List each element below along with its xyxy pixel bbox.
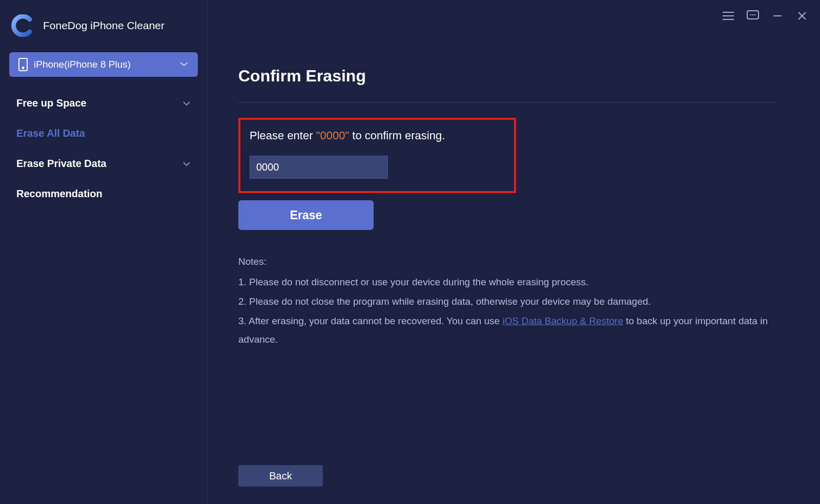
notes-heading: Notes: — [238, 253, 771, 271]
app-logo-icon — [11, 14, 34, 37]
note-1: 1. Please do not disconnect or use your … — [238, 273, 771, 291]
sidebar-item-label: Free up Space — [16, 97, 87, 109]
notes-section: Notes: 1. Please do not disconnect or us… — [238, 253, 771, 349]
phone-icon — [18, 58, 28, 71]
confirmation-code: "0000" — [316, 129, 350, 142]
close-icon[interactable] — [795, 9, 809, 23]
sidebar-item-label: Recommendation — [16, 188, 102, 200]
device-name: iPhone(iPhone 8 Plus) — [34, 59, 179, 70]
note-2: 2. Please do not close the program while… — [238, 292, 771, 311]
sidebar-item-erase-all-data[interactable]: Erase All Data — [0, 118, 207, 149]
minimize-icon[interactable] — [771, 9, 784, 23]
chevron-down-icon — [182, 99, 191, 108]
divider — [238, 102, 776, 102]
device-selector[interactable]: iPhone(iPhone 8 Plus) — [9, 52, 198, 77]
sidebar-item-free-up-space[interactable]: Free up Space — [0, 88, 207, 118]
app-header: FoneDog iPhone Cleaner — [0, 5, 207, 52]
titlebar — [722, 9, 809, 23]
confirm-input[interactable] — [250, 156, 388, 179]
sidebar-item-recommendation[interactable]: Recommendation — [0, 179, 207, 209]
page-title: Confirm Erasing — [238, 67, 820, 86]
menu-icon[interactable] — [722, 9, 735, 23]
back-button[interactable]: Back — [238, 465, 323, 487]
sidebar-item-label: Erase All Data — [16, 128, 85, 139]
chevron-down-icon — [179, 60, 189, 69]
confirm-highlight-box: Please enter "0000" to confirm erasing. — [238, 118, 516, 193]
app-title: FoneDog iPhone Cleaner — [43, 19, 165, 32]
svg-point-2 — [752, 14, 754, 16]
backup-restore-link[interactable]: iOS Data Backup & Restore — [502, 316, 623, 326]
chevron-down-icon — [182, 159, 191, 169]
main-content: Confirm Erasing Please enter "0000" to c… — [208, 0, 820, 504]
feedback-icon[interactable] — [746, 9, 760, 23]
sidebar: FoneDog iPhone Cleaner iPhone(iPhone 8 P… — [0, 0, 208, 504]
instruction-text: Please enter "0000" to confirm erasing. — [250, 129, 505, 142]
sidebar-item-label: Erase Private Data — [16, 158, 107, 170]
svg-point-3 — [754, 14, 756, 16]
svg-point-1 — [750, 14, 752, 16]
erase-button[interactable]: Erase — [238, 200, 374, 230]
sidebar-item-erase-private-data[interactable]: Erase Private Data — [0, 149, 207, 179]
note-3: 3. After erasing, your data cannot be re… — [238, 312, 771, 349]
